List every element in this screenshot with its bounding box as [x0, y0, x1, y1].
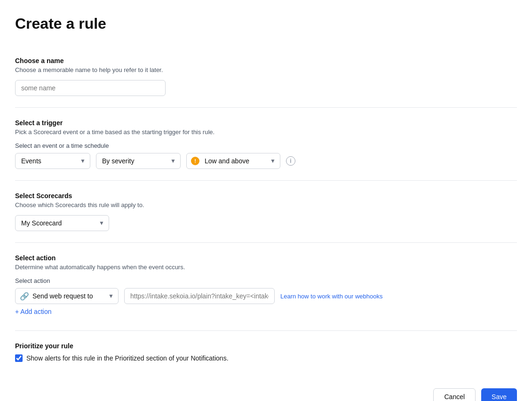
trigger-section: Select a trigger Pick a Scorecard event … [15, 108, 517, 181]
page-title: Create a rule [15, 15, 517, 32]
scorecard-select[interactable]: My Scorecard All Scorecards [15, 215, 109, 231]
webhook-url-input[interactable]: https://intake.sekoia.io/plain?intake_ke… [124, 288, 275, 304]
prioritize-checkbox[interactable] [15, 354, 23, 362]
prioritize-checkbox-row: Show alerts for this rule in the Priorit… [15, 354, 517, 362]
rule-name-input[interactable]: some name [15, 80, 166, 96]
scorecards-section-title: Select Scorecards [15, 192, 517, 200]
scorecards-section-desc: Choose which Scorecards this rule will a… [15, 201, 517, 209]
footer-actions: Cancel Save [15, 388, 517, 401]
severity-by-select[interactable]: By severity By type [96, 153, 181, 169]
action-section: Select action Determine what automatical… [15, 243, 517, 331]
severity-info-icon[interactable]: i [286, 156, 295, 166]
action-select-wrapper: 🔗 Send web request to Send email Send Sl… [15, 288, 119, 304]
prioritize-title: Prioritize your rule [15, 342, 517, 350]
trigger-row: Events Conditions Schedule ▼ By severity… [15, 153, 517, 169]
events-select-wrapper: Events Conditions Schedule ▼ [15, 153, 90, 169]
add-action-button[interactable]: + Add action [15, 304, 51, 319]
trigger-section-title: Select a trigger [15, 119, 517, 127]
scorecard-select-wrapper: My Scorecard All Scorecards ▼ [15, 215, 109, 231]
action-row: 🔗 Send web request to Send email Send Sl… [15, 288, 517, 304]
add-action-label: + Add action [15, 308, 51, 315]
severity-level-wrapper: ! Low and above Medium and above High an… [186, 153, 280, 169]
name-section-title: Choose a name [15, 57, 517, 64]
name-section-desc: Choose a memorable name to help you refe… [15, 66, 517, 73]
scorecards-section: Select Scorecards Choose which Scorecard… [15, 181, 517, 243]
severity-level-select[interactable]: Low and above Medium and above High and … [186, 153, 280, 169]
action-type-select[interactable]: Send web request to Send email Send Slac… [15, 288, 119, 304]
save-button[interactable]: Save [481, 388, 517, 401]
prioritize-checkbox-label: Show alerts for this rule in the Priorit… [26, 354, 229, 362]
cancel-button[interactable]: Cancel [433, 388, 476, 401]
events-select[interactable]: Events Conditions Schedule [15, 153, 90, 169]
action-section-title: Select action [15, 254, 517, 262]
trigger-sublabel: Select an event or a time schedule [15, 142, 517, 149]
name-section: Choose a name Choose a memorable name to… [15, 46, 517, 108]
action-section-desc: Determine what automatically happens whe… [15, 264, 517, 271]
webhook-learn-link[interactable]: Learn how to work with our webhooks [280, 293, 383, 300]
trigger-section-desc: Pick a Scorecard event or a time based a… [15, 128, 517, 136]
prioritize-section: Prioritize your rule Show alerts for thi… [15, 331, 517, 373]
action-sublabel: Select action [15, 277, 517, 284]
severity-by-select-wrapper: By severity By type ▼ [96, 153, 181, 169]
